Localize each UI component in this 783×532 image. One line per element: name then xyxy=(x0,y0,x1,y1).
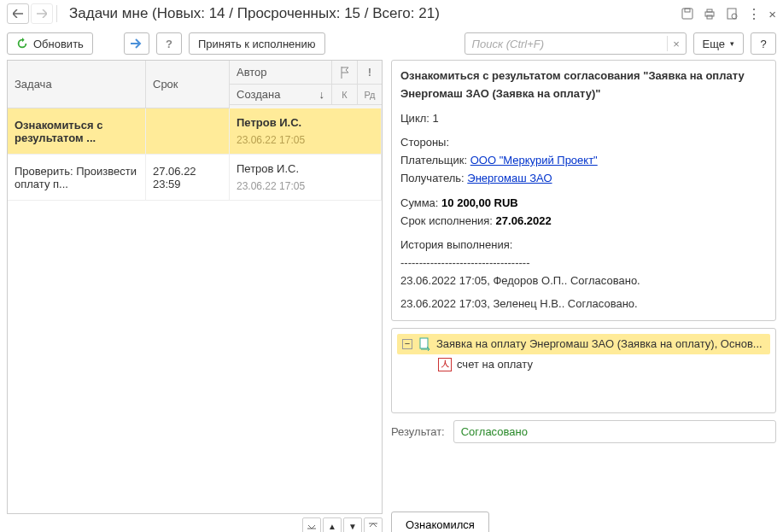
svg-rect-3 xyxy=(707,9,712,12)
recipient-link[interactable]: Энергомаш ЗАО xyxy=(467,172,552,184)
tree-collapse-button[interactable]: − xyxy=(402,339,412,349)
table-up-button[interactable]: ▲ xyxy=(323,517,342,532)
col-flag-header[interactable] xyxy=(332,61,358,85)
attachments-tree: − Заявка на оплату Энергомаш ЗАО (Заявка… xyxy=(391,328,776,413)
created-cell: 23.06.22 17:05 xyxy=(237,180,374,192)
table-row[interactable]: Ознакомиться с результатом ... Петров И.… xyxy=(8,108,382,155)
search-input[interactable] xyxy=(469,38,667,50)
task-cell: Ознакомиться с результатом ... xyxy=(8,108,146,154)
author-cell: Петров И.С. xyxy=(237,162,374,175)
col-task-header[interactable]: Задача xyxy=(8,61,146,108)
col-k-header[interactable]: К xyxy=(332,85,358,105)
svg-rect-1 xyxy=(685,9,690,12)
detail-title: Ознакомиться с результатом согласования … xyxy=(400,67,767,103)
date-cell xyxy=(146,108,230,154)
refresh-label: Обновить xyxy=(33,38,84,50)
date-cell: 27.06.22 23:59 xyxy=(146,155,230,200)
pdf-icon: 人 xyxy=(438,358,452,371)
print-icon[interactable] xyxy=(703,7,716,20)
close-icon[interactable]: × xyxy=(768,7,776,21)
svg-rect-7 xyxy=(420,338,428,348)
due-value: 27.06.2022 xyxy=(496,214,552,227)
task-cell: Проверить: Произвести оплату п... xyxy=(8,155,146,200)
tree-root-row[interactable]: − Заявка на оплату Энергомаш ЗАО (Заявка… xyxy=(397,334,770,354)
help-button[interactable]: ? xyxy=(751,32,776,55)
tree-child-row[interactable]: 人 счет на оплату xyxy=(397,354,770,375)
result-value: Согласовано xyxy=(453,420,776,443)
flag-icon xyxy=(340,67,350,79)
search-box[interactable]: × xyxy=(465,32,687,55)
page-title: Задачи мне (Новых: 14 / Просроченных: 15… xyxy=(69,5,440,22)
svg-rect-0 xyxy=(682,9,692,19)
acknowledge-button[interactable]: Ознакомился xyxy=(391,512,489,532)
sum-value: 10 200,00 RUB xyxy=(441,196,518,209)
col-importance-header[interactable]: ! xyxy=(358,61,382,85)
table-first-button[interactable] xyxy=(302,517,321,532)
cycle-label: Цикл: xyxy=(400,112,429,125)
history-separator: ----------------------------------- xyxy=(400,254,767,272)
back-button[interactable] xyxy=(7,3,29,24)
table-down-button[interactable]: ▼ xyxy=(343,517,362,532)
payer-link[interactable]: ООО "Меркурий Проект" xyxy=(470,154,598,167)
task-table-body: Ознакомиться с результатом ... Петров И.… xyxy=(8,108,382,513)
parties-label: Стороны: xyxy=(400,134,767,152)
payer-label: Плательщик: xyxy=(400,154,467,167)
col-date-header[interactable]: Срок xyxy=(146,61,230,108)
forward-button[interactable] xyxy=(31,3,53,24)
tree-root-label: Заявка на оплату Энергомаш ЗАО (Заявка н… xyxy=(436,337,763,350)
col-rd-header[interactable]: Рд xyxy=(358,85,382,105)
col-author-header[interactable]: Автор xyxy=(230,61,332,85)
more-button[interactable]: Еще ▾ xyxy=(693,32,744,55)
document-arrow-icon xyxy=(418,337,431,351)
sum-label: Сумма: xyxy=(400,196,438,209)
cycle-value: 1 xyxy=(433,112,439,125)
search-clear-button[interactable]: × xyxy=(667,36,682,51)
created-cell: 23.06.22 17:05 xyxy=(237,134,374,146)
accept-label: Принять к исполнению xyxy=(198,38,316,50)
table-last-button[interactable] xyxy=(364,517,383,532)
more-label: Еще xyxy=(703,38,725,50)
nav-separator xyxy=(56,5,57,22)
report-icon[interactable] xyxy=(725,7,739,20)
accept-button[interactable]: Принять к исполнению xyxy=(189,32,325,55)
kebab-menu-icon[interactable]: ⋮ xyxy=(747,6,760,22)
due-label: Срок исполнения: xyxy=(400,214,493,227)
history-entry: 23.06.2022 17:03, Зеленец Н.В.. Согласов… xyxy=(400,295,767,313)
help-label: ? xyxy=(760,38,766,50)
table-row[interactable]: Проверить: Произвести оплату п... 27.06.… xyxy=(8,155,382,201)
sort-asc-icon: ↓ xyxy=(319,88,325,101)
question-icon: ? xyxy=(166,38,172,50)
exclamation-icon: ! xyxy=(368,66,371,79)
tree-child-label: счет на оплату xyxy=(457,358,533,371)
forward-task-button[interactable] xyxy=(124,32,149,55)
task-detail-panel: Ознакомиться с результатом согласования … xyxy=(391,60,776,321)
col-created-header[interactable]: Создана ↓ xyxy=(230,85,332,105)
recipient-label: Получатель: xyxy=(400,172,465,184)
acknowledge-label: Ознакомился xyxy=(406,518,475,531)
refresh-icon xyxy=(16,38,28,50)
author-cell: Петров И.С. xyxy=(237,116,374,129)
history-entry: 23.06.2022 17:05, Федоров О.П.. Согласов… xyxy=(400,272,767,290)
chevron-down-icon: ▾ xyxy=(730,39,734,48)
refresh-button[interactable]: Обновить xyxy=(7,32,93,55)
history-label: История выполнения: xyxy=(400,237,767,254)
save-icon[interactable] xyxy=(681,7,694,20)
question-button[interactable]: ? xyxy=(156,32,182,55)
result-label: Результат: xyxy=(391,425,445,438)
task-table: Задача Срок Автор ! xyxy=(7,60,383,514)
